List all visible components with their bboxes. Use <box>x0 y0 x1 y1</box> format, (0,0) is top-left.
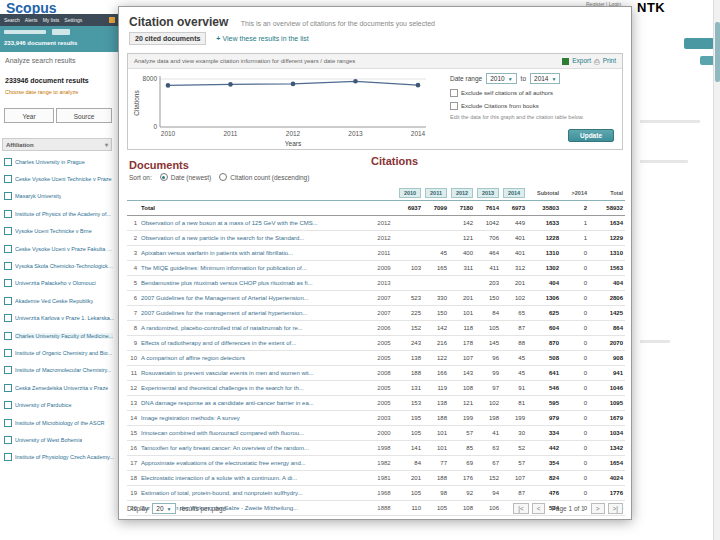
affiliation-link[interactable]: Ceske Vysoke Uceni v Praze Fakulta Ja... <box>15 246 115 252</box>
affiliation-link[interactable]: Institute of Physics of the Academy of..… <box>15 211 111 217</box>
affiliation-link[interactable]: Univerzita Karlova v Praze 1. Lekarska..… <box>15 315 114 321</box>
affiliation-item[interactable]: Institute of Physiology Czech Academy... <box>2 449 115 466</box>
date-to-select[interactable]: 2014 ▼ <box>530 73 560 84</box>
document-link[interactable]: Observation of a new boson at a mass of … <box>141 220 318 226</box>
checkbox[interactable] <box>4 453 12 461</box>
affiliation-item[interactable]: Masaryk University <box>2 188 115 205</box>
affiliation-item[interactable]: Ceska Zemedelska Univerzita v Praze <box>2 379 115 396</box>
affiliation-link[interactable]: Ceske Vysoke Uceni Technicke v Praze <box>15 176 112 182</box>
export-button[interactable]: Export <box>572 54 591 68</box>
affiliation-item[interactable]: Ceske Vysoke Uceni v Praze Fakulta Ja... <box>2 240 115 257</box>
prev-page-button[interactable]: < <box>532 503 546 514</box>
exclude-books-checkbox[interactable]: Exclude Citations from books <box>450 102 616 110</box>
sort-date-radio[interactable]: Date (newest) <box>160 173 211 181</box>
affiliation-link[interactable]: Charles University Faculty of Medicine..… <box>15 333 113 339</box>
checkbox[interactable] <box>4 314 12 322</box>
affiliation-link[interactable]: Vysoka Skola Chemicko-Technologicka... <box>15 263 115 269</box>
document-link[interactable]: 2007 Guidelines for the Management of Ar… <box>141 295 309 301</box>
document-link[interactable]: 2007 Guidelines for the management of ar… <box>141 310 307 316</box>
checkbox[interactable] <box>4 262 12 270</box>
nav-item-settings[interactable]: Settings <box>64 17 82 23</box>
affiliation-item[interactable]: Vysoka Skola Chemicko-Technologicka... <box>2 257 115 274</box>
affiliation-link[interactable]: Institute of Microbiology of the ASCR <box>15 420 105 426</box>
first-page-button[interactable]: |< <box>513 503 528 514</box>
scrollbar[interactable] <box>713 0 720 540</box>
background-button[interactable] <box>684 38 714 49</box>
view-results-link[interactable]: +View these results in the list <box>216 35 308 42</box>
chat-icon[interactable] <box>109 17 115 23</box>
affiliation-link[interactable]: University of West Bohemia <box>15 437 82 443</box>
scrollbar-thumb[interactable] <box>715 22 720 82</box>
tab-source[interactable]: Source <box>56 108 112 123</box>
document-link[interactable]: Experimental and theoretical challenges … <box>141 385 304 391</box>
checkbox[interactable] <box>4 175 12 183</box>
affiliation-link[interactable]: Ceska Zemedelska Univerzita v Praze <box>15 385 108 391</box>
document-link[interactable]: A comparison of affine region detectors <box>141 355 245 361</box>
print-button[interactable]: Print <box>603 54 616 68</box>
exclude-self-citations-checkbox[interactable]: Exclude self citations of all authors <box>450 89 616 97</box>
affiliation-item[interactable]: University of Pardubice <box>2 396 115 413</box>
affiliation-item[interactable]: University of West Bohemia <box>2 431 115 448</box>
date-range-link[interactable]: Choose date range to analyze <box>5 89 117 95</box>
checkbox[interactable] <box>4 192 12 200</box>
affiliation-link[interactable]: Akademie Ved Ceske Republiky <box>15 298 93 304</box>
affiliation-link[interactable]: Institute of Physiology Czech Academy... <box>15 454 114 460</box>
document-link[interactable]: Tamoxifen for early breast cancer: An ov… <box>141 445 309 451</box>
affiliation-link[interactable]: Univerzita Palackeho v Olomouci <box>15 280 96 286</box>
last-page-button[interactable]: >| <box>608 503 623 514</box>
checkbox[interactable] <box>4 401 12 409</box>
per-page-select[interactable]: 20 ▼ <box>152 503 175 514</box>
document-link[interactable]: DNA damage response as a candidate anti-… <box>141 400 314 406</box>
checkbox[interactable] <box>450 89 458 97</box>
affiliation-item[interactable]: Univerzita Karlova v Praze 1. Lekarska..… <box>2 310 115 327</box>
checkbox[interactable] <box>4 158 12 166</box>
document-link[interactable]: A randomized, placebo-controlled trial o… <box>141 325 303 331</box>
affiliation-item[interactable]: Institute of Macromolecular Chemistry... <box>2 362 115 379</box>
document-link[interactable]: Observation of a new particle in the sea… <box>141 235 304 241</box>
checkbox[interactable] <box>4 436 12 444</box>
nav-item-alerts[interactable]: Alerts <box>25 17 38 23</box>
checkbox[interactable] <box>4 332 12 340</box>
checkbox[interactable] <box>4 245 12 253</box>
document-link[interactable]: Electrostatic interaction of a solute wi… <box>141 475 297 481</box>
affiliation-item[interactable]: Institute of Organic Chemistry and Bio..… <box>2 344 115 361</box>
update-button[interactable]: Update <box>568 129 614 142</box>
date-from-select[interactable]: 2010 ▼ <box>486 73 516 84</box>
checkbox[interactable] <box>4 227 12 235</box>
checkbox[interactable] <box>4 210 12 218</box>
affiliation-item[interactable]: Charles University Faculty of Medicine..… <box>2 327 115 344</box>
affiliation-link[interactable]: Institute of Organic Chemistry and Bio..… <box>15 350 112 356</box>
affiliation-link[interactable]: Masaryk University <box>15 193 61 199</box>
affiliation-item[interactable]: Institute of Microbiology of the ASCR <box>2 414 115 431</box>
document-link[interactable]: Irinotecan combined with fluorouracil co… <box>141 430 304 436</box>
checkbox[interactable] <box>4 366 12 374</box>
document-link[interactable]: Effects of radiotherapy and of differenc… <box>141 340 296 346</box>
document-link[interactable]: Estimation of total, protein-bound, and … <box>141 490 303 496</box>
affiliation-link[interactable]: Institute of Macromolecular Chemistry... <box>15 367 111 373</box>
checkbox[interactable] <box>4 419 12 427</box>
affiliation-item[interactable]: Akademie Ved Ceske Republiky <box>2 292 115 309</box>
document-link[interactable]: Rosuvastatin to prevent vascular events … <box>141 370 314 376</box>
checkbox[interactable] <box>4 384 12 392</box>
document-link[interactable]: The MIQE guidelines: Minimum information… <box>141 265 307 271</box>
next-page-button[interactable]: > <box>591 503 605 514</box>
nav-item-search[interactable]: Search <box>4 17 20 23</box>
checkbox[interactable] <box>4 297 12 305</box>
document-link[interactable]: Apixaban versus warfarin in patients wit… <box>141 250 293 256</box>
nav-item-my-lists[interactable]: My lists <box>43 17 60 23</box>
checkbox[interactable] <box>450 102 458 110</box>
affiliation-item[interactable]: Univerzita Palackeho v Olomouci <box>2 275 115 292</box>
document-link[interactable]: Approximate evaluations of the electrost… <box>141 460 306 466</box>
affiliation-item[interactable]: Institute of Physics of the Academy of..… <box>2 205 115 222</box>
sort-count-radio[interactable]: Citation count (descending) <box>219 173 309 181</box>
affiliation-item[interactable]: Charles University in Prague <box>2 153 115 170</box>
affiliation-item[interactable]: Ceske Vysoke Uceni Technicke v Praze <box>2 170 115 187</box>
affiliation-link[interactable]: University of Pardubice <box>15 402 72 408</box>
checkbox[interactable] <box>4 279 12 287</box>
affiliation-link[interactable]: Vysoke Uceni Technicke v Brne <box>15 228 92 234</box>
affiliation-link[interactable]: Charles University in Prague <box>15 159 85 165</box>
document-link[interactable]: Bendamustine plus rituximab versus CHOP … <box>141 280 313 286</box>
facet-header-affiliation[interactable]: Affiliation ▾ <box>2 138 112 151</box>
affiliation-item[interactable]: Vysoke Uceni Technicke v Brne <box>2 223 115 240</box>
checkbox[interactable] <box>4 349 12 357</box>
